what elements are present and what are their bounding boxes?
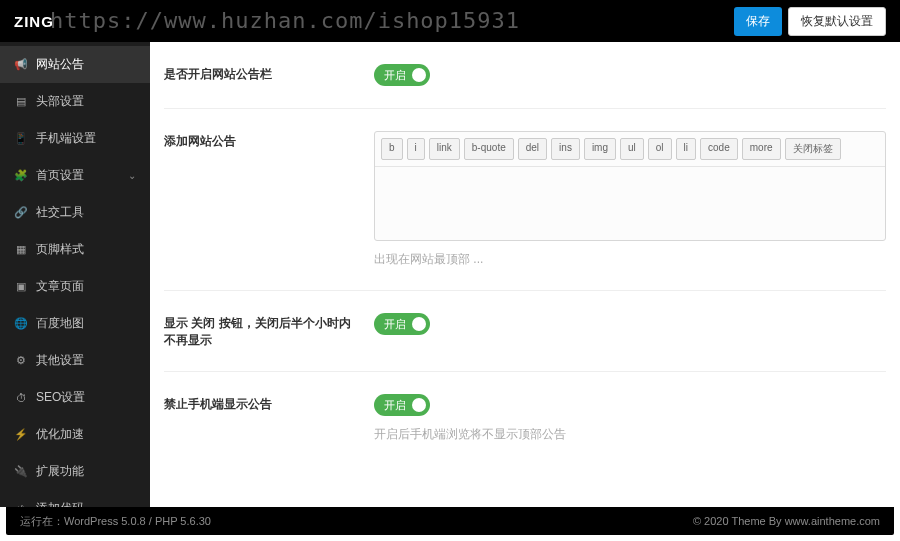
toggle-text: 开启: [384, 68, 406, 83]
toggle-mobile-hide[interactable]: 开启: [374, 394, 430, 416]
footer-right: © 2020 Theme By www.aintheme.com: [693, 515, 880, 527]
sidebar-item-3[interactable]: 🧩首页设置⌄: [0, 157, 150, 194]
sidebar-item-9[interactable]: ⏱SEO设置: [0, 379, 150, 416]
row-notice-enable: 是否开启网站公告栏 开启: [164, 42, 886, 109]
sidebar-item-label: 其他设置: [36, 352, 84, 369]
sidebar-item-label: 扩展功能: [36, 463, 84, 480]
footer: 运行在：WordPress 5.0.8 / PHP 5.6.30 © 2020 …: [6, 507, 894, 535]
editor-btn-b[interactable]: b: [381, 138, 403, 160]
sidebar-item-label: 文章页面: [36, 278, 84, 295]
puzzle-icon: 🧩: [14, 169, 28, 183]
notice-textarea[interactable]: [375, 167, 885, 237]
sidebar-item-4[interactable]: 🔗社交工具: [0, 194, 150, 231]
brand: ZING: [14, 13, 54, 30]
sidebar: 📢网站公告▤头部设置📱手机端设置🧩首页设置⌄🔗社交工具▦页脚样式▣文章页面🌐百度…: [0, 42, 150, 507]
editor-btn-ol[interactable]: ol: [648, 138, 672, 160]
footer-left: 运行在：WordPress 5.0.8 / PHP 5.6.30: [20, 514, 211, 529]
watermark-text: https://www.huzhan.com/ishop15931: [50, 8, 520, 33]
toggle-close-button[interactable]: 开启: [374, 313, 430, 335]
save-button[interactable]: 保存: [734, 7, 782, 36]
sidebar-item-label: 首页设置: [36, 167, 84, 184]
sidebar-item-label: 页脚样式: [36, 241, 84, 258]
editor-btn-i[interactable]: i: [407, 138, 425, 160]
editor-btn-ul[interactable]: ul: [620, 138, 644, 160]
sidebar-item-10[interactable]: ⚡优化加速: [0, 416, 150, 453]
sidebar-item-12[interactable]: </>添加代码: [0, 490, 150, 507]
top-actions: 保存 恢复默认设置: [734, 7, 886, 36]
sidebar-item-8[interactable]: ⚙其他设置: [0, 342, 150, 379]
editor-btn-del[interactable]: del: [518, 138, 547, 160]
toggle-text: 开启: [384, 317, 406, 332]
plugin-icon: 🔌: [14, 465, 28, 479]
row-close-button: 显示 关闭 按钮，关闭后半个小时内不再显示 开启: [164, 291, 886, 372]
sidebar-item-5[interactable]: ▦页脚样式: [0, 231, 150, 268]
row-mobile-hide: 禁止手机端显示公告 开启 开启后手机端浏览将不显示顶部公告: [164, 372, 886, 465]
sidebar-item-label: SEO设置: [36, 389, 85, 406]
toggle-knob: [412, 398, 426, 412]
toggle-text: 开启: [384, 398, 406, 413]
editor-toolbar: bilinkb-quotedelinsimgulollicodemore关闭标签: [375, 132, 885, 167]
label-close-button: 显示 关闭 按钮，关闭后半个小时内不再显示: [164, 313, 374, 349]
gear-icon: ⚙: [14, 354, 28, 368]
sidebar-item-6[interactable]: ▣文章页面: [0, 268, 150, 305]
editor-btn-ins[interactable]: ins: [551, 138, 580, 160]
globe-icon: 🌐: [14, 317, 28, 331]
code-icon: </>: [14, 502, 28, 508]
sidebar-item-label: 头部设置: [36, 93, 84, 110]
chevron-down-icon: ⌄: [128, 170, 136, 181]
notice-editor: bilinkb-quotedelinsimgulollicodemore关闭标签: [374, 131, 886, 241]
head-icon: ▤: [14, 95, 28, 109]
toggle-knob: [412, 68, 426, 82]
editor-btn-b-quote[interactable]: b-quote: [464, 138, 514, 160]
editor-btn-code[interactable]: code: [700, 138, 738, 160]
editor-btn--[interactable]: 关闭标签: [785, 138, 841, 160]
bolt-icon: ⚡: [14, 428, 28, 442]
sidebar-item-11[interactable]: 🔌扩展功能: [0, 453, 150, 490]
editor-btn-link[interactable]: link: [429, 138, 460, 160]
mobile-hide-hint: 开启后手机端浏览将不显示顶部公告: [374, 426, 886, 443]
sidebar-item-7[interactable]: 🌐百度地图: [0, 305, 150, 342]
notice-hint: 出现在网站最顶部 ...: [374, 251, 886, 268]
share-icon: 🔗: [14, 206, 28, 220]
reset-button[interactable]: 恢复默认设置: [788, 7, 886, 36]
label-mobile-hide: 禁止手机端显示公告: [164, 394, 374, 443]
sidebar-item-1[interactable]: ▤头部设置: [0, 83, 150, 120]
editor-btn-li[interactable]: li: [676, 138, 696, 160]
grid-icon: ▣: [14, 280, 28, 294]
sidebar-item-0[interactable]: 📢网站公告: [0, 46, 150, 83]
sidebar-item-label: 社交工具: [36, 204, 84, 221]
sidebar-item-label: 添加代码: [36, 500, 84, 507]
sidebar-item-2[interactable]: 📱手机端设置: [0, 120, 150, 157]
mobile-icon: 📱: [14, 132, 28, 146]
sidebar-item-label: 手机端设置: [36, 130, 96, 147]
label-notice-add: 添加网站公告: [164, 131, 374, 268]
topbar: ZING https://www.huzhan.com/ishop15931 保…: [0, 0, 900, 42]
sidebar-item-label: 百度地图: [36, 315, 84, 332]
sidebar-item-label: 网站公告: [36, 56, 84, 73]
clock-icon: ⏱: [14, 391, 28, 405]
megaphone-icon: 📢: [14, 58, 28, 72]
editor-btn-more[interactable]: more: [742, 138, 781, 160]
row-notice-add: 添加网站公告 bilinkb-quotedelinsimgulollicodem…: [164, 109, 886, 291]
toggle-knob: [412, 317, 426, 331]
sidebar-item-label: 优化加速: [36, 426, 84, 443]
label-notice-enable: 是否开启网站公告栏: [164, 64, 374, 86]
editor-btn-img[interactable]: img: [584, 138, 616, 160]
page-icon: ▦: [14, 243, 28, 257]
toggle-notice-enable[interactable]: 开启: [374, 64, 430, 86]
main-panel: 是否开启网站公告栏 开启 添加网站公告 bilinkb-quotedelinsi…: [150, 42, 900, 507]
